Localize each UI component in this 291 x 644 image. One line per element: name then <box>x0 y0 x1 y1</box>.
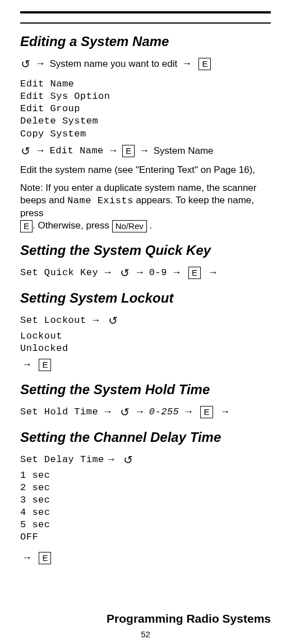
key-e: E <box>39 552 51 564</box>
option: 3 sec <box>20 494 271 506</box>
heading-quick-key: Setting the System Quick Key <box>20 241 271 259</box>
arrow-icon: → <box>101 405 114 418</box>
arrow-icon: → <box>218 405 232 418</box>
arrow-icon: → <box>34 144 47 157</box>
arrow-icon: → <box>107 144 120 157</box>
note-text: . Otherwise, press <box>33 220 112 231</box>
arrow-icon: → <box>104 453 118 466</box>
option: OFF <box>20 531 271 543</box>
step-edit-2: ↻ → Edit Name → E → System Name <box>20 144 271 158</box>
option: Unlocked <box>20 342 271 355</box>
arrow-icon: → <box>34 57 47 70</box>
arrow-icon: → <box>20 551 34 564</box>
arrow-icon: → <box>137 144 151 157</box>
arrow-icon: → <box>180 57 193 70</box>
step-delay-1: Set Delay Time→ ↻ <box>20 453 271 467</box>
range-text: 0-255 <box>149 407 179 417</box>
arrow-icon: → <box>206 266 220 279</box>
paragraph-note: Note: If you enter a duplicate system na… <box>20 182 271 232</box>
scroll-icon: ↻ <box>108 313 118 328</box>
step-edit-1: ↻ → System name you want to edit → E <box>20 57 271 71</box>
option: 4 sec <box>20 506 271 519</box>
menu-item: Edit Sys Option <box>20 90 271 103</box>
delay-options: 1 sec 2 sec 3 sec 4 sec 5 sec OFF <box>20 469 271 544</box>
menu-item: Edit Name <box>20 78 271 90</box>
arrow-icon: → <box>182 405 195 418</box>
menu-item: Edit Group <box>20 103 271 115</box>
note-text: . <box>147 220 152 231</box>
step-hold-time: Set Hold Time → ↻ → 0-255 → E → <box>20 405 271 419</box>
step-lockout-2: → E <box>20 358 271 371</box>
arrow-icon: → <box>101 266 114 279</box>
range-text: 0-9 <box>149 267 167 278</box>
arrow-icon: → <box>133 405 146 418</box>
inline-mono: Name Exists <box>67 195 133 206</box>
menu-choice: Set Hold Time <box>20 407 98 417</box>
page-number: 52 <box>0 629 291 640</box>
key-e: E <box>122 145 135 157</box>
menu-list-1: Edit Name Edit Sys Option Edit Group Del… <box>20 78 271 140</box>
menu-choice: Set Lockout <box>20 315 86 326</box>
heading-lockout: Setting System Lockout <box>20 289 271 307</box>
paragraph: Edit the system name (see "Entering Text… <box>20 164 271 176</box>
key-e: E <box>198 58 211 70</box>
arrow-icon: → <box>170 266 183 279</box>
lockout-options: Lockout Unlocked <box>20 330 271 355</box>
key-e: E <box>39 359 51 371</box>
menu-choice: Set Quick Key <box>20 267 98 278</box>
key-no-rev: No/Rev <box>112 220 147 232</box>
scroll-icon: ↻ <box>119 405 130 419</box>
step-text: System name you want to edit <box>49 58 177 69</box>
menu-choice: Edit Name <box>49 145 103 156</box>
arrow-icon: → <box>89 314 102 327</box>
step-text: System Name <box>154 145 214 156</box>
heading-delay-time: Setting the Channel Delay Time <box>20 428 271 446</box>
step-delay-2: → E <box>20 551 271 564</box>
option: 1 sec <box>20 469 271 482</box>
scroll-icon: ↻ <box>119 266 130 280</box>
option: 5 sec <box>20 519 271 531</box>
menu-item: Copy System <box>20 128 271 140</box>
option: 2 sec <box>20 482 271 494</box>
scroll-icon: ↻ <box>20 57 31 71</box>
arrow-icon: → <box>133 266 146 279</box>
option: Lockout <box>20 330 271 342</box>
scroll-icon: ↻ <box>123 453 133 467</box>
top-rule-thin <box>20 22 271 24</box>
key-e: E <box>20 220 33 232</box>
heading-editing-system-name: Editing a System Name <box>20 33 271 50</box>
menu-choice: Set Delay Time <box>20 454 104 465</box>
top-rule-thick <box>20 11 271 13</box>
key-e: E <box>200 406 213 418</box>
scroll-icon: ↻ <box>20 144 31 158</box>
step-quick-key: Set Quick Key → ↻ → 0-9 → E → <box>20 266 271 280</box>
heading-hold-time: Setting the System Hold Time <box>20 381 271 398</box>
arrow-icon: → <box>20 358 34 371</box>
menu-item: Delete System <box>20 115 271 127</box>
key-e: E <box>188 267 201 279</box>
step-lockout-1: Set Lockout → ↻ <box>20 313 271 328</box>
footer-title: Programming Radio Systems <box>107 611 271 626</box>
